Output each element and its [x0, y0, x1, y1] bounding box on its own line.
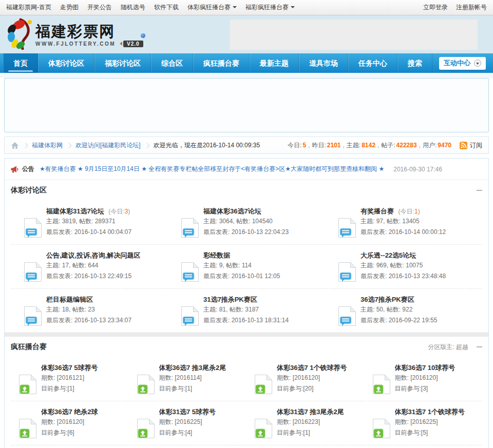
section-grid-0: 福建体彩31选7论坛 (今日:3) 主题: 3819, 帖数: 289371最后… [5, 201, 488, 333]
forum-cell: 31选7推杀PK赛区 主题: 81, 帖数: 3187最后发表: 2016-10… [168, 289, 325, 333]
forum-link[interactable]: 体彩36选7 10球荐号 [395, 364, 456, 372]
forum-link[interactable]: 36选7推杀PK赛区 [361, 296, 414, 303]
nav-item-最新主题[interactable]: 最新主题 [250, 53, 299, 73]
forum-link[interactable]: 体彩31选7 1个铁球荐号 [395, 408, 465, 416]
forum-meta: 目前参与:[3] [395, 383, 456, 394]
forum-meta: 主题: 3064, 帖数: 104540 [203, 216, 289, 227]
top-utility-bar: 福建彩票网-首页走势图开奖公告随机选号软件下载体彩疯狂播台赛福彩疯狂播台赛 立即… [0, 0, 493, 15]
forum-link[interactable]: 体彩36选7 绝杀2球 [41, 408, 98, 416]
forum-meta: 主题: 97, 帖数: 13405 [361, 216, 446, 227]
forum-meta: 期数: [2016120] [277, 373, 347, 383]
today-count: (今日:1) [399, 208, 420, 215]
forum-link[interactable]: 体彩36选7 1个铁球荐号 [277, 364, 347, 372]
forum-link[interactable]: 福建体彩36选7论坛 [203, 207, 261, 215]
megaphone-icon [11, 166, 19, 173]
forum-link[interactable]: 大乐透--22选5论坛 [361, 251, 416, 259]
forum-row: 公告,建议,投诉,咨询,解决问题区 主题: 17, 帖数: 644最后发表: 2… [11, 244, 482, 288]
register-link[interactable]: 注册新帐号 [456, 3, 487, 12]
page-comment-icon [337, 218, 357, 238]
forum-cell: 体彩31选7 1个铁球荐号 期数: [2016225]目前参与:[5] [365, 401, 483, 445]
forum-link[interactable]: 福建体彩31选7论坛 [46, 207, 104, 215]
forum-cell: 体彩36选7 推3尾杀2尾 期数: [2016114]目前参与:[1] [129, 357, 247, 401]
forum-meta: 最后发表: 2016-10-01 12:05 [203, 271, 280, 282]
topbar-dropdown[interactable]: 福彩疯狂播台赛 [245, 3, 295, 12]
forum-meta: 目前参与:[5] [395, 427, 465, 438]
page-upload-icon [18, 374, 37, 395]
ad-placeholder [230, 20, 478, 50]
nav-item-综合区[interactable]: 综合区 [151, 53, 193, 73]
announcement-date: 2016-09-30 17:46 [393, 166, 442, 173]
forum-link[interactable]: 体彩31选7 推3尾杀2尾 [277, 408, 344, 416]
forum-meta: 目前参与:[1] [159, 383, 226, 394]
topbar-dropdown[interactable]: 体彩疯狂播台赛 [187, 3, 237, 12]
stat-separator: , [419, 142, 421, 149]
topbar-links: 福建彩票网-首页走势图开奖公告随机选号软件下载体彩疯狂播台赛福彩疯狂播台赛 [6, 3, 304, 12]
page-upload-icon [136, 418, 156, 439]
topbar-link[interactable]: 福建彩票网-首页 [6, 3, 51, 12]
nav-item-首页[interactable]: 首页 [3, 53, 38, 73]
stat-item: 昨日:2101 [312, 141, 340, 150]
today-count: (今日:3) [108, 208, 130, 215]
version-badge: V2.0 [123, 41, 143, 47]
forum-meta: 目前参与:[1] [41, 383, 98, 394]
forum-link[interactable]: 栏目标题编辑区 [46, 296, 93, 303]
forum-row: 体彩36选7 绝杀2球 期数: [2016120]目前参与:[6] 体彩31选7… [11, 401, 482, 445]
stat-item: 帖子:422283 [381, 141, 416, 150]
forum-link[interactable]: 公告,建议,投诉,咨询,解决问题区 [46, 251, 140, 259]
collapse-icon[interactable] [477, 190, 482, 191]
page-upload-icon [372, 374, 391, 395]
forum-link[interactable]: 体彩31选7 5球荐号 [159, 408, 216, 416]
page-comment-icon [337, 306, 357, 326]
interact-center-button[interactable]: 互动中心 [439, 57, 486, 70]
page-comment-icon [337, 262, 357, 282]
home-icon[interactable] [11, 142, 19, 149]
stat-item: 用户:9470 [423, 141, 451, 150]
announcement-link[interactable]: ★有奖播台赛 ★ 9月15日至10月14日 ★ 全程有奖赛专栏帖全部移至封存于<… [40, 165, 384, 173]
breadcrumb-link[interactable]: 福建体彩网 [32, 141, 63, 150]
site-name: 福建彩票网 [35, 23, 115, 40]
forum-meta: 目前参与:[1] [277, 427, 344, 438]
forum-cell: 体彩31选7 10球荐号 [11, 445, 129, 448]
moderator-info: 分区版主: 超越 [428, 343, 468, 352]
forum-row: 体彩31选7 10球荐号 体彩36选7 终极杀码 体彩31选7 终极杀码 体彩排… [11, 445, 482, 448]
forum-meta: 最后发表: 2016-10-14 00:04:07 [46, 227, 131, 238]
forum-stats: 今日:5,昨日:2101,主题:8142,帖子:422283,用户:9470 订… [288, 141, 482, 150]
collapse-icon[interactable] [477, 346, 482, 347]
forum-link[interactable]: 有奖播台赛 [361, 207, 394, 215]
topbar-account-links: 立即登录 注册新帐号 [415, 3, 487, 12]
forum-link[interactable]: 体彩36选7 5球荐号 [41, 364, 98, 372]
topbar-link[interactable]: 随机选号 [121, 3, 145, 12]
topbar-link[interactable]: 走势图 [60, 3, 79, 12]
announcement-tag: 公告 [22, 165, 34, 173]
stat-separator: , [343, 142, 344, 149]
nav-item-疯狂播台赛[interactable]: 疯狂播台赛 [193, 53, 250, 73]
chevron-down-icon [291, 6, 295, 8]
page-upload-icon [18, 418, 37, 439]
rss-subscribe-link[interactable]: 订阅 [460, 141, 482, 150]
forum-meta: 最后发表: 2016-09-22 19:55 [361, 315, 437, 326]
topbar-link[interactable]: 开奖公告 [87, 3, 112, 12]
nav-item-任务中心[interactable]: 任务中心 [348, 53, 397, 73]
forum-link[interactable]: 体彩36选7 推3尾杀2尾 [159, 364, 226, 372]
login-link[interactable]: 立即登录 [423, 3, 448, 12]
stat-item: 主题:8142 [347, 141, 375, 150]
forum-cell: 体彩31选7 推3尾杀2尾 期数: [2016223]目前参与:[1] [246, 401, 365, 445]
breadcrumb-link[interactable]: 欢迎访问[福建彩民论坛] [75, 141, 141, 150]
moderator-link[interactable]: 超越 [456, 343, 468, 350]
page-upload-icon [372, 418, 391, 439]
section-divider [5, 333, 488, 337]
topbar-link[interactable]: 软件下载 [154, 3, 179, 12]
page-upload-icon [254, 374, 273, 395]
nav-item-道具市场[interactable]: 道具市场 [299, 53, 348, 73]
forum-link[interactable]: 31选7推杀PK赛区 [203, 296, 257, 303]
chevron-separator [144, 143, 149, 148]
announcement-row: 公告 ★有奖播台赛 ★ 9月15日至10月14日 ★ 全程有奖赛专栏帖全部移至封… [5, 159, 488, 180]
decorative-dot [141, 33, 145, 38]
section-title: 疯狂播台赛 [11, 342, 47, 352]
nav-item-福彩讨论区[interactable]: 福彩讨论区 [94, 53, 151, 73]
forum-link[interactable]: 彩经数据 [203, 251, 230, 259]
forum-cell: 大乐透--22选5论坛 主题: 969, 帖数: 10075最后发表: 2016… [325, 245, 482, 288]
site-logo[interactable]: 福建彩票网 WWW.FJLOTTERY.COM V2.0 [5, 18, 143, 52]
nav-item-体彩讨论区[interactable]: 体彩讨论区 [38, 53, 94, 73]
nav-item-搜索[interactable]: 搜索 [397, 53, 432, 73]
